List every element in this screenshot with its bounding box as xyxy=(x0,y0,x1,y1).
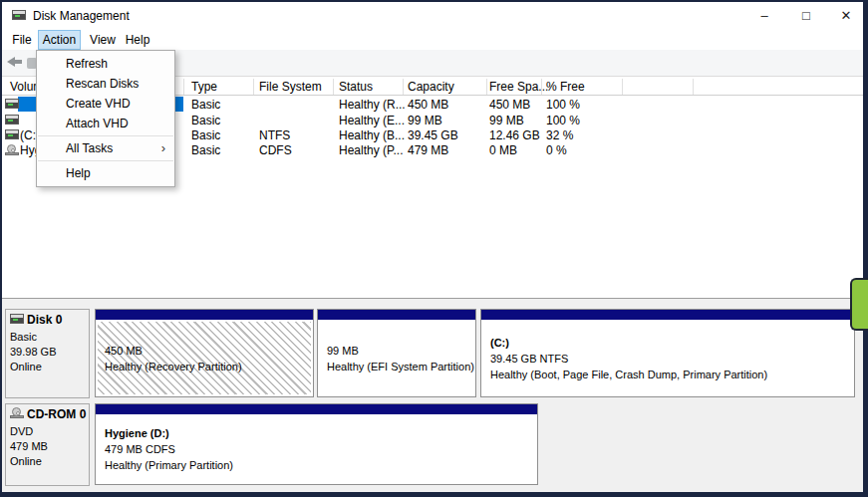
menu-item-attach-vhd[interactable]: Attach VHD xyxy=(37,114,174,133)
menu-separator xyxy=(38,135,173,136)
title-bar[interactable]: Disk Management – □ ✕ xyxy=(2,2,863,30)
cell-filesystem: NTFS xyxy=(259,128,290,142)
partition-size: 99 MB xyxy=(327,343,473,359)
action-dropdown-menu: Refresh Rescan Disks Create VHD Attach V… xyxy=(36,50,175,187)
cell-pctfree: 32 % xyxy=(546,128,573,142)
disk0-status: Online xyxy=(10,360,85,374)
header-separator[interactable] xyxy=(486,79,487,95)
cell-capacity: 39.45 GB xyxy=(408,128,458,142)
partition-size: 39.45 GB NTFS xyxy=(490,351,852,367)
partition-efi[interactable]: 99 MB Healthy (EFI System Partition) xyxy=(317,309,476,397)
menu-action[interactable]: Action xyxy=(38,30,81,50)
cdrom0-status: Online xyxy=(10,454,85,469)
cell-capacity: 479 MB xyxy=(408,143,448,157)
cell-type: Basic xyxy=(191,114,220,127)
window-border-right xyxy=(863,0,868,497)
disk-management-window: Disk Management – □ ✕ File Action View H… xyxy=(0,0,868,497)
cell-type: Basic xyxy=(191,98,220,112)
partition-d[interactable]: Hygiene (D:) 479 MB CDFS Healthy (Primar… xyxy=(95,403,538,485)
partition-status: Healthy (Recovery Partition) xyxy=(105,359,311,374)
cell-status: Healthy (B... xyxy=(339,128,405,142)
cd-drive-icon xyxy=(10,407,24,422)
header-separator[interactable] xyxy=(403,79,404,95)
cell-freespace: 450 MB xyxy=(489,98,530,112)
cell-pctfree: 100 % xyxy=(546,114,580,127)
cell-freespace: 0 MB xyxy=(489,143,517,157)
app-icon xyxy=(12,10,26,20)
partition-c[interactable]: (C:) 39.45 GB NTFS Healthy (Boot, Page F… xyxy=(480,309,855,397)
disk-volume-icon xyxy=(5,129,19,139)
menu-view[interactable]: View xyxy=(85,30,121,50)
window-border-top xyxy=(0,0,868,2)
col-filesystem[interactable]: File System xyxy=(259,80,322,94)
maximize-button[interactable]: □ xyxy=(789,2,823,30)
col-status[interactable]: Status xyxy=(339,80,373,94)
partition-size: 479 MB CDFS xyxy=(105,441,535,457)
cell-filesystem: CDFS xyxy=(259,143,292,157)
header-separator[interactable] xyxy=(622,79,623,95)
partition-size: 450 MB xyxy=(105,343,311,359)
window-title: Disk Management xyxy=(33,9,130,23)
minimize-button[interactable]: – xyxy=(747,2,781,30)
menu-separator xyxy=(38,160,173,161)
col-pctfree[interactable]: % Free xyxy=(546,80,585,94)
disk0-name: Disk 0 xyxy=(27,313,62,328)
menu-bar: File Action View Help xyxy=(2,30,863,50)
disk0-size: 39.98 GB xyxy=(10,345,85,360)
disk0-type: Basic xyxy=(10,330,85,345)
menu-item-help[interactable]: Help xyxy=(37,163,174,183)
cell-status: Healthy (P... xyxy=(339,143,403,157)
cell-type: Basic xyxy=(191,128,220,142)
cd-volume-icon xyxy=(5,144,19,155)
partition-status: Healthy (Boot, Page File, Crash Dump, Pr… xyxy=(490,367,852,382)
menu-item-refresh[interactable]: Refresh xyxy=(37,54,174,74)
cdrom0-size: 479 MB xyxy=(10,439,85,454)
disk0-label-box[interactable]: Disk 0 Basic 39.98 GB Online xyxy=(5,309,90,398)
cell-freespace: 99 MB xyxy=(489,114,524,127)
cell-status: Healthy (R... xyxy=(339,98,406,112)
cell-pctfree: 100 % xyxy=(546,98,580,112)
menu-file[interactable]: File xyxy=(8,30,36,50)
back-icon[interactable] xyxy=(7,57,22,67)
menu-item-create-vhd[interactable]: Create VHD xyxy=(37,94,174,114)
window-border-left xyxy=(0,0,2,497)
partition-recovery[interactable]: 450 MB Healthy (Recovery Partition) xyxy=(95,309,314,397)
window-border-bottom xyxy=(0,492,868,497)
disk-volume-icon xyxy=(5,99,19,109)
menu-item-all-tasks[interactable]: All Tasks › xyxy=(37,138,174,158)
edge-overlay-handle[interactable] xyxy=(850,278,868,331)
header-separator[interactable] xyxy=(253,79,254,95)
partition-color-bar xyxy=(96,310,313,320)
menu-item-label: All Tasks xyxy=(66,141,113,155)
header-separator[interactable] xyxy=(333,79,334,95)
cell-type: Basic xyxy=(191,143,220,157)
col-freespace[interactable]: Free Spa... xyxy=(489,80,548,94)
disk-volume-icon xyxy=(5,115,19,124)
disk-icon xyxy=(10,313,24,328)
partition-status: Healthy (EFI System Partition) xyxy=(327,359,473,374)
cell-freespace: 12.46 GB xyxy=(489,128,540,142)
cell-capacity: 99 MB xyxy=(408,114,442,127)
partition-color-bar xyxy=(481,310,854,320)
menu-item-rescan-disks[interactable]: Rescan Disks xyxy=(37,74,174,94)
header-separator[interactable] xyxy=(541,79,542,95)
partition-color-bar xyxy=(96,404,537,414)
cell-capacity: 450 MB xyxy=(408,98,448,112)
cell-status: Healthy (E... xyxy=(339,114,405,127)
header-separator[interactable] xyxy=(183,79,184,95)
menu-help[interactable]: Help xyxy=(121,30,154,50)
partition-color-bar xyxy=(318,310,475,320)
cell-pctfree: 0 % xyxy=(546,143,567,157)
cdrom0-name: CD-ROM 0 xyxy=(27,407,86,422)
col-capacity[interactable]: Capacity xyxy=(408,80,454,94)
partition-status: Healthy (Primary Partition) xyxy=(105,457,535,473)
col-type[interactable]: Type xyxy=(191,80,217,94)
cdrom0-label-box[interactable]: CD-ROM 0 DVD 479 MB Online xyxy=(5,403,90,486)
submenu-arrow-icon: › xyxy=(161,138,165,158)
partition-title: (C:) xyxy=(490,335,852,351)
cdrom0-type: DVD xyxy=(10,424,85,439)
header-separator[interactable] xyxy=(693,79,694,95)
close-button[interactable]: ✕ xyxy=(829,2,863,30)
partition-title: Hygiene (D:) xyxy=(105,425,535,441)
